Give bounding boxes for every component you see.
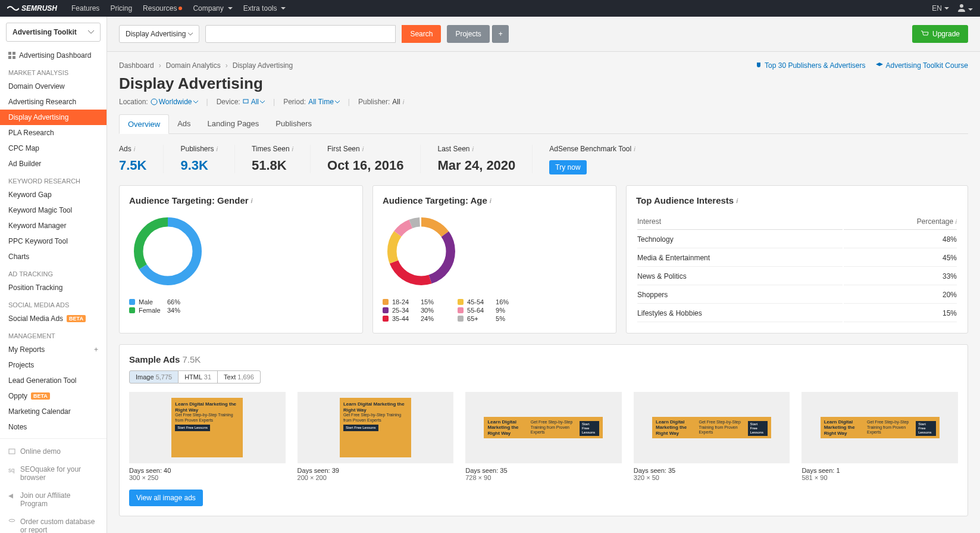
sample-ads-card: Sample Ads 7.5K Image 5,775 HTML 31 Text… <box>119 344 968 516</box>
crumb-dashboard[interactable]: Dashboard <box>119 61 154 70</box>
ad-tile[interactable]: Learn Digital Marketing the Right Way Ge… <box>634 392 790 481</box>
view-all-ads-button[interactable]: View all image ads <box>129 490 203 506</box>
add-project-button[interactable]: + <box>492 25 509 43</box>
sidebar-domain-overview[interactable]: Domain Overview <box>0 79 107 94</box>
tab-ads[interactable]: Ads <box>169 114 199 133</box>
segment-image[interactable]: Image 5,775 <box>129 370 179 384</box>
device-filter[interactable]: All <box>243 98 265 106</box>
nav-extra-tools[interactable]: Extra tools <box>243 4 286 13</box>
sidebar-my-reports[interactable]: My Reports+ <box>0 342 107 357</box>
device-label: Device: <box>217 98 240 106</box>
age-donut-chart <box>383 213 460 290</box>
table-row[interactable]: Lifestyles & Hobbies15% <box>637 305 957 322</box>
interest-name: Technology <box>637 235 674 244</box>
ad-tile[interactable]: Learn Digital Marketing the Right Way Ge… <box>298 392 454 481</box>
toolkit-selector[interactable]: Advertising Toolkit <box>6 23 101 42</box>
sidebar-keyword-manager[interactable]: Keyword Manager <box>0 218 107 233</box>
language-selector[interactable]: EN <box>932 4 949 13</box>
sidebar-ad-builder[interactable]: Ad Builder <box>0 156 107 172</box>
section-market-analysis: MARKET ANALYSIS <box>0 63 107 79</box>
sidebar-advertising-research[interactable]: Advertising Research <box>0 94 107 110</box>
info-icon[interactable]: i <box>217 145 218 152</box>
legend-name: 18-24 <box>392 298 417 306</box>
tabs: Overview Ads Landing Pages Publishers <box>119 114 968 134</box>
days-seen-label: Days seen: <box>129 467 162 474</box>
footer-custom-db[interactable]: Order custom database or report <box>0 513 107 533</box>
nav-company[interactable]: Company <box>193 4 232 13</box>
projects-button[interactable]: Projects <box>447 25 489 43</box>
ad-tile[interactable]: Learn Digital Marketing the Right Way Ge… <box>801 392 958 481</box>
sidebar-social-media-ads[interactable]: Social Media Ads BETA <box>0 311 107 326</box>
ad-tile[interactable]: Learn Digital Marketing the Right Way Ge… <box>465 392 622 481</box>
legend-row: Female34% <box>129 307 353 314</box>
search-button[interactable]: Search <box>402 25 441 43</box>
sidebar-pla-research[interactable]: PLA Research <box>0 125 107 141</box>
tab-publishers[interactable]: Publishers <box>267 114 320 133</box>
interests-title: Top Audience Interests <box>636 195 734 205</box>
sidebar-display-advertising[interactable]: Display Advertising <box>0 110 107 125</box>
location-filter[interactable]: Worldwide <box>151 98 198 106</box>
info-icon[interactable]: i <box>134 145 135 152</box>
sidebar-projects[interactable]: Projects <box>0 357 107 373</box>
ad-tile[interactable]: Learn Digital Marketing the Right Way Ge… <box>129 392 286 481</box>
footer-seoquake[interactable]: sqSEOquake for your browser <box>0 460 107 487</box>
segment-text[interactable]: Text 1,696 <box>218 370 261 384</box>
logo[interactable]: SEMRUSH <box>7 4 57 13</box>
link-top-publishers[interactable]: Top 30 Publishers & Advertisers <box>755 61 865 70</box>
plus-icon[interactable]: + <box>94 345 98 354</box>
metric-publishers-value[interactable]: 9.3K <box>180 158 217 173</box>
link-toolkit-course[interactable]: Advertising Toolkit Course <box>876 61 968 70</box>
sidebar-ppc-keyword[interactable]: PPC Keyword Tool <box>0 233 107 249</box>
sidebar-oppty[interactable]: Oppty BETA <box>0 388 107 404</box>
legend-row: 55-649% <box>458 307 509 314</box>
crumb-domain-analytics[interactable]: Domain Analytics <box>166 61 221 70</box>
sidebar-keyword-magic[interactable]: Keyword Magic Tool <box>0 202 107 218</box>
info-icon[interactable]: i <box>736 197 738 204</box>
beta-badge: BETA <box>31 392 50 400</box>
location-label: Location: <box>119 98 148 106</box>
user-menu[interactable] <box>957 4 973 14</box>
chevron-down-icon <box>188 33 193 36</box>
period-filter[interactable]: All Time <box>308 98 340 106</box>
nav-resources[interactable]: Resources <box>143 4 182 13</box>
scope-selector[interactable]: Display Advertising <box>119 25 199 43</box>
info-icon[interactable]: i <box>490 197 491 204</box>
sidebar-keyword-gap[interactable]: Keyword Gap <box>0 187 107 202</box>
footer-online-demo[interactable]: Online demo <box>0 442 107 460</box>
sidebar-lead-generation[interactable]: Lead Generation Tool <box>0 373 107 388</box>
table-row[interactable]: Shoppers20% <box>637 286 957 304</box>
sidebar-notes[interactable]: Notes <box>0 419 107 435</box>
segment-html[interactable]: HTML 31 <box>179 370 218 384</box>
sidebar-position-tracking[interactable]: Position Tracking <box>0 280 107 295</box>
legend-pct: 9% <box>496 307 505 314</box>
search-input[interactable] <box>205 25 396 43</box>
svg-rect-2 <box>12 52 15 55</box>
toolbar: Display Advertising Search Projects + Up… <box>107 17 980 52</box>
info-icon[interactable]: i <box>362 145 364 152</box>
metric-ads-value[interactable]: 7.5K <box>119 158 146 173</box>
footer-affiliate[interactable]: Join our Affiliate Program <box>0 487 107 513</box>
info-icon[interactable]: i <box>634 145 635 152</box>
sidebar-cpc-map[interactable]: CPC Map <box>0 141 107 156</box>
table-row[interactable]: News & Politics33% <box>637 268 957 285</box>
sidebar-marketing-calendar[interactable]: Marketing Calendar <box>0 404 107 419</box>
table-row[interactable]: Technology48% <box>637 231 957 248</box>
sidebar-advertising-dashboard[interactable]: Advertising Dashboard <box>0 48 107 63</box>
table-row[interactable]: Media & Entertainment45% <box>637 250 957 267</box>
info-icon[interactable]: i <box>292 145 293 152</box>
nav-pricing[interactable]: Pricing <box>110 4 132 13</box>
ad-dimensions: 320 × 50 <box>634 474 790 481</box>
breadcrumbs: Dashboard› Domain Analytics› Display Adv… <box>119 61 293 70</box>
info-icon[interactable]: i <box>472 145 474 152</box>
sidebar: Advertising Toolkit Advertising Dashboar… <box>0 17 107 533</box>
legend-name: 35-44 <box>392 315 417 322</box>
info-icon[interactable]: i <box>403 98 404 105</box>
info-icon[interactable]: i <box>956 218 957 225</box>
tab-overview[interactable]: Overview <box>119 114 169 134</box>
tab-landing-pages[interactable]: Landing Pages <box>199 114 268 133</box>
sidebar-charts[interactable]: Charts <box>0 249 107 264</box>
try-now-button[interactable]: Try now <box>549 160 586 174</box>
info-icon[interactable]: i <box>251 197 253 204</box>
nav-features[interactable]: Features <box>71 4 99 13</box>
upgrade-button[interactable]: Upgrade <box>912 25 968 43</box>
